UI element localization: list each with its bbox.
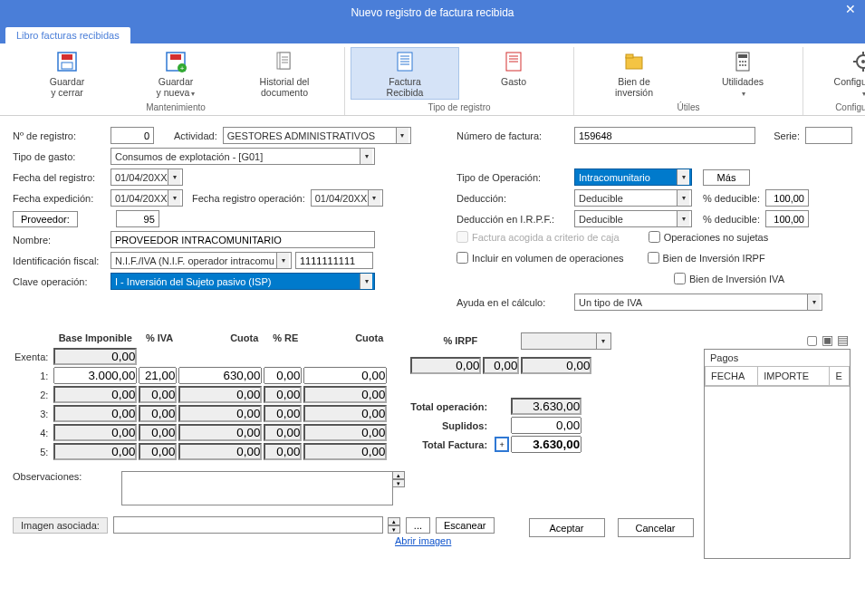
r3-cuota2: [303, 405, 387, 422]
close-icon[interactable]: ✕: [845, 2, 856, 16]
configuracion-button[interactable]: Configuración▾: [809, 47, 865, 100]
guardar-nueva-button[interactable]: + Guardar y nueva▾: [121, 47, 230, 100]
escanear-button[interactable]: Escanear: [436, 517, 494, 534]
irpf-cuota: [521, 357, 591, 374]
r1-cuota[interactable]: [178, 367, 262, 384]
r1-re[interactable]: [264, 367, 302, 384]
obs-textarea[interactable]: [121, 471, 393, 505]
suplidos-label: Suplidos:: [410, 417, 493, 434]
proveedor-input[interactable]: [116, 210, 159, 227]
chk-volumen[interactable]: Incluir en volumen de operaciones: [457, 252, 624, 264]
cancelar-button[interactable]: Cancelar: [618, 518, 694, 537]
r1-base[interactable]: [53, 367, 137, 384]
guardar-cerrar-button[interactable]: Guardar y cerrar: [13, 47, 121, 100]
obs-label: Observaciones:: [13, 471, 121, 505]
fecha-registro-date[interactable]: 01/04/20XX▾: [111, 168, 183, 186]
gasto-button[interactable]: Gasto: [459, 47, 568, 100]
irpf-pct: [483, 357, 519, 374]
fecha-expedicion-date[interactable]: 01/04/20XX▾: [111, 189, 183, 207]
actividad-label: Actividad:: [174, 130, 217, 141]
spin-down-icon[interactable]: ▾: [388, 525, 400, 534]
ayuda-combo[interactable]: Un tipo de IVA▾: [574, 294, 822, 311]
r2-re: [264, 386, 302, 403]
pagos-body[interactable]: [705, 386, 850, 558]
sign-toggle-button[interactable]: +: [495, 437, 509, 452]
abrir-imagen-link[interactable]: Abrir imagen: [395, 535, 451, 546]
save-new-icon: +: [163, 49, 188, 74]
factura-recibida-button[interactable]: Factura Recibida: [351, 47, 459, 100]
historial-button[interactable]: Historial del documento: [230, 47, 339, 100]
svg-rect-21: [626, 57, 642, 69]
gear-icon: [851, 49, 865, 74]
actividad-combo[interactable]: GESTORES ADMINISTRATIVOS▾: [223, 127, 411, 144]
bien-inversion-button[interactable]: Bien de inversión: [580, 47, 688, 100]
r1-iva[interactable]: [139, 367, 177, 384]
r3-iva: [139, 405, 177, 422]
img-input[interactable]: [113, 516, 383, 534]
aceptar-button[interactable]: Aceptar: [529, 518, 605, 537]
pct-deducible-input-1[interactable]: [765, 189, 809, 207]
fecha-reg-op-date[interactable]: 01/04/20XX▾: [311, 189, 383, 207]
deduccion-combo[interactable]: Deducible▾: [574, 189, 692, 207]
spin-up-icon[interactable]: ▴: [388, 517, 400, 525]
chk-no-sujetas[interactable]: Operaciones no sujetas: [649, 231, 769, 243]
nif-input[interactable]: [295, 252, 373, 269]
suplidos-value[interactable]: [511, 417, 581, 434]
chk-bien-iva[interactable]: Bien de Inversión IVA: [674, 273, 784, 284]
window-title: Nuevo registro de factura recibida: [351, 6, 514, 19]
r3-base: [53, 405, 137, 422]
chevron-down-icon: ▾: [596, 333, 609, 349]
clave-op-combo[interactable]: I - Inversión del Sujeto pasivo (ISP)▾: [111, 273, 375, 290]
row-3-label: 3:: [14, 405, 52, 422]
pagos-del-icon[interactable]: ▤: [837, 332, 849, 347]
title-bar: Nuevo registro de factura recibida ✕: [0, 0, 865, 25]
toolbar-group-label: Útiles: [580, 100, 797, 115]
svg-point-28: [739, 64, 741, 66]
hdr-cuota2: Cuota: [303, 332, 387, 346]
pagos-col-e[interactable]: E: [830, 367, 850, 386]
pct-deducible-input-2[interactable]: [765, 210, 809, 227]
ded-irpf-combo[interactable]: Deducible▾: [574, 210, 692, 227]
ayuda-label: Ayuda en el cálculo:: [457, 297, 574, 308]
svg-rect-22: [626, 54, 633, 58]
num-factura-input[interactable]: [574, 127, 755, 144]
fecha-registro-label: Fecha del registro:: [13, 172, 111, 183]
chk-bien-irpf[interactable]: Bien de Inversión IRPF: [648, 252, 765, 264]
pagos-new-icon[interactable]: ▢: [806, 332, 818, 347]
chevron-down-icon: ▾: [807, 294, 820, 310]
pct-deducible-label-1: % deducible:: [703, 193, 760, 204]
browse-button[interactable]: ...: [406, 517, 430, 534]
img-spinner[interactable]: ▴ ▾: [388, 517, 400, 534]
toolbar-group-label: Mantenimiento: [13, 100, 339, 115]
n-registro-input[interactable]: [111, 127, 154, 144]
utilidades-button[interactable]: Utilidades▾: [688, 47, 797, 100]
pagos-col-fecha[interactable]: FECHA: [706, 367, 758, 386]
ident-fiscal-combo[interactable]: N.I.F./IVA (N.I.F. operador intracomu▾: [111, 252, 292, 269]
spin-up-icon[interactable]: ▴: [392, 471, 405, 479]
chevron-down-icon: ▾: [677, 190, 689, 206]
pagos-dup-icon[interactable]: ▣: [822, 332, 833, 347]
proveedor-button[interactable]: Proveedor:: [13, 211, 78, 227]
obs-spinner[interactable]: ▴ ▾: [392, 471, 405, 505]
toolbar-group-label: Configuración: [809, 100, 865, 115]
svg-point-27: [745, 61, 746, 63]
r2-base: [53, 386, 137, 403]
pagos-panel: Pagos FECHA IMPORTE E: [704, 349, 851, 559]
mas-button[interactable]: Más: [703, 169, 750, 186]
r4-re: [264, 424, 302, 441]
pagos-col-importe[interactable]: IMPORTE: [758, 367, 830, 386]
r5-iva: [139, 443, 177, 460]
irpf-extra-combo[interactable]: ▾: [521, 332, 611, 350]
chk-criterio-caja[interactable]: Factura acogida a criterio de caja: [457, 231, 620, 243]
tipo-operacion-combo[interactable]: Intracomunitario▾: [574, 168, 692, 186]
expense-icon: [501, 49, 526, 74]
serie-input[interactable]: [805, 127, 852, 144]
nombre-input[interactable]: [111, 231, 375, 248]
total-fac-value[interactable]: [511, 436, 581, 453]
tipo-gasto-combo[interactable]: Consumos de explotación - [G01]▾: [111, 148, 375, 165]
ribbon-tab-libro[interactable]: Libro facturas recibidas: [5, 27, 130, 43]
spin-down-icon[interactable]: ▾: [392, 479, 405, 487]
r1-cuota2[interactable]: [303, 367, 387, 384]
r2-cuota2: [303, 386, 387, 403]
toolbar-group-label: Tipo de registro: [351, 100, 568, 115]
